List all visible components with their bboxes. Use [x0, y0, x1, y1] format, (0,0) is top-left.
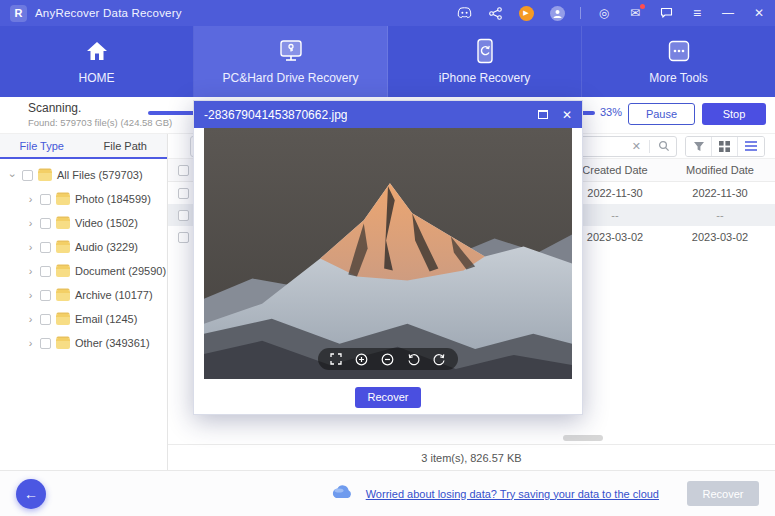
more-icon: [667, 38, 691, 64]
tree-checkbox[interactable]: [40, 218, 51, 229]
horizontal-scrollbar[interactable]: [168, 434, 775, 442]
cell-modified-date: 2022-11-30: [665, 187, 775, 199]
app-window: R AnyRecover Data Recovery ▶ ◎ ✉ ≡ — ✕: [0, 0, 775, 516]
row-checkbox[interactable]: [178, 232, 189, 243]
app-title: AnyRecover Data Recovery: [35, 7, 182, 19]
cloud-backup-link[interactable]: Worried about losing data? Try saving yo…: [366, 488, 659, 500]
file-type-tree: › All Files (579703) › Photo (184599) › …: [0, 159, 167, 355]
rotate-left-icon[interactable]: [407, 353, 420, 366]
close-icon[interactable]: ✕: [751, 5, 767, 21]
image-toolbar: [318, 348, 458, 370]
filter-icon[interactable]: [686, 137, 712, 156]
dialog-recover-button[interactable]: Recover: [355, 387, 421, 408]
tree-item-photo[interactable]: › Photo (184599): [0, 187, 167, 211]
left-tab-file-type[interactable]: File Type: [0, 134, 84, 157]
scrollbar-thumb[interactable]: [563, 435, 603, 441]
phone-icon: [476, 38, 494, 64]
tree-checkbox[interactable]: [40, 266, 51, 277]
tree-item-other[interactable]: › Other (349361): [0, 331, 167, 355]
feedback-icon[interactable]: ◎: [596, 5, 612, 21]
grid-view-icon[interactable]: [712, 137, 738, 156]
tree-checkbox[interactable]: [40, 242, 51, 253]
pause-button[interactable]: Pause: [628, 103, 695, 125]
account-icon[interactable]: [549, 5, 565, 21]
tree-item-label: Photo (184599): [75, 193, 151, 205]
footer-recover-button[interactable]: Recover: [687, 481, 759, 506]
back-arrow-icon: ←: [24, 486, 38, 502]
titlebar: R AnyRecover Data Recovery ▶ ◎ ✉ ≡ — ✕: [0, 0, 775, 26]
tree-checkbox[interactable]: [40, 194, 51, 205]
menu-icon[interactable]: ≡: [689, 5, 705, 21]
nav-tab-home[interactable]: HOME: [0, 26, 194, 97]
tree-item-label: Archive (10177): [75, 289, 153, 301]
chevron-icon[interactable]: ›: [26, 242, 35, 253]
back-button[interactable]: ←: [16, 479, 46, 509]
tree-item-label: All Files (579703): [57, 169, 143, 181]
tree-checkbox[interactable]: [40, 338, 51, 349]
mail-icon[interactable]: ✉: [627, 5, 643, 21]
dialog-titlebar: -283679041453870662.jpg ✕: [194, 101, 582, 128]
titlebar-divider: [580, 7, 581, 19]
chevron-icon[interactable]: ›: [26, 290, 35, 301]
nav-tab-label: HOME: [79, 71, 115, 85]
folder-icon: [56, 194, 70, 205]
chat-icon[interactable]: [658, 5, 674, 21]
tree-item-label: Video (1502): [75, 217, 138, 229]
scan-progress-percent: 33%: [600, 106, 622, 118]
mail-notification-dot: [640, 4, 645, 9]
footer-bar: ← Worried about losing data? Try saving …: [0, 470, 775, 516]
chevron-icon[interactable]: ›: [26, 266, 35, 277]
summary-text: 3 item(s), 826.57 KB: [421, 452, 521, 464]
dialog-maximize-icon[interactable]: [538, 110, 548, 119]
tree-item-label: Document (29590): [75, 265, 166, 277]
list-view-icon[interactable]: [738, 137, 764, 156]
minimize-icon[interactable]: —: [720, 5, 736, 21]
tree-checkbox[interactable]: [40, 290, 51, 301]
modified-date-header[interactable]: Modified Date: [665, 164, 775, 176]
search-icon[interactable]: [658, 140, 670, 152]
tree-item-document[interactable]: › Document (29590): [0, 259, 167, 283]
scan-status-text: Scanning.: [28, 101, 81, 115]
chevron-icon[interactable]: ›: [26, 218, 35, 229]
dialog-close-icon[interactable]: ✕: [562, 108, 572, 122]
tree-item-label: Other (349361): [75, 337, 150, 349]
chevron-icon[interactable]: ›: [26, 194, 35, 205]
cell-modified-date: 2023-03-02: [665, 231, 775, 243]
fit-screen-icon[interactable]: [330, 353, 342, 365]
nav-tab-pc-hard-drive-recovery[interactable]: PC&Hard Drive Recovery: [194, 26, 388, 97]
tree-item-email[interactable]: › Email (1245): [0, 307, 167, 331]
tree-item-label: Email (1245): [75, 313, 137, 325]
share-icon[interactable]: [487, 5, 503, 21]
folder-icon: [56, 338, 70, 349]
left-panel: File TypeFile Path › All Files (579703) …: [0, 134, 168, 470]
chevron-icon[interactable]: ›: [26, 314, 35, 325]
row-checkbox[interactable]: [178, 210, 189, 221]
stop-button[interactable]: Stop: [702, 103, 766, 125]
image-preview: [204, 128, 572, 379]
tree-checkbox[interactable]: [40, 314, 51, 325]
nav-tab-iphone-recovery[interactable]: iPhone Recovery: [388, 26, 582, 97]
chevron-icon[interactable]: ›: [26, 338, 35, 349]
chevron-icon[interactable]: ›: [7, 171, 18, 180]
clear-search-icon[interactable]: ✕: [632, 140, 641, 153]
zoom-out-icon[interactable]: [381, 353, 394, 366]
tree-item-label: Audio (3229): [75, 241, 138, 253]
nav-tab-label: More Tools: [649, 71, 707, 85]
tree-item-video[interactable]: › Video (1502): [0, 211, 167, 235]
select-all-checkbox[interactable]: [178, 165, 189, 176]
tree-checkbox[interactable]: [22, 170, 33, 181]
row-checkbox[interactable]: [178, 188, 189, 199]
tree-item-audio[interactable]: › Audio (3229): [0, 235, 167, 259]
nav-tab-more-tools[interactable]: More Tools: [582, 26, 775, 97]
zoom-in-icon[interactable]: [355, 353, 368, 366]
tree-item-all-files[interactable]: › All Files (579703): [0, 163, 167, 187]
tree-item-archive[interactable]: › Archive (10177): [0, 283, 167, 307]
view-options-group: [685, 136, 765, 157]
discord-icon[interactable]: [456, 5, 472, 21]
rotate-right-icon[interactable]: [433, 353, 446, 366]
promotion-icon[interactable]: ▶: [518, 5, 534, 21]
left-tab-file-path[interactable]: File Path: [84, 134, 168, 157]
nav-tab-label: iPhone Recovery: [439, 71, 530, 85]
folder-icon: [56, 314, 70, 325]
folder-icon: [56, 266, 70, 277]
